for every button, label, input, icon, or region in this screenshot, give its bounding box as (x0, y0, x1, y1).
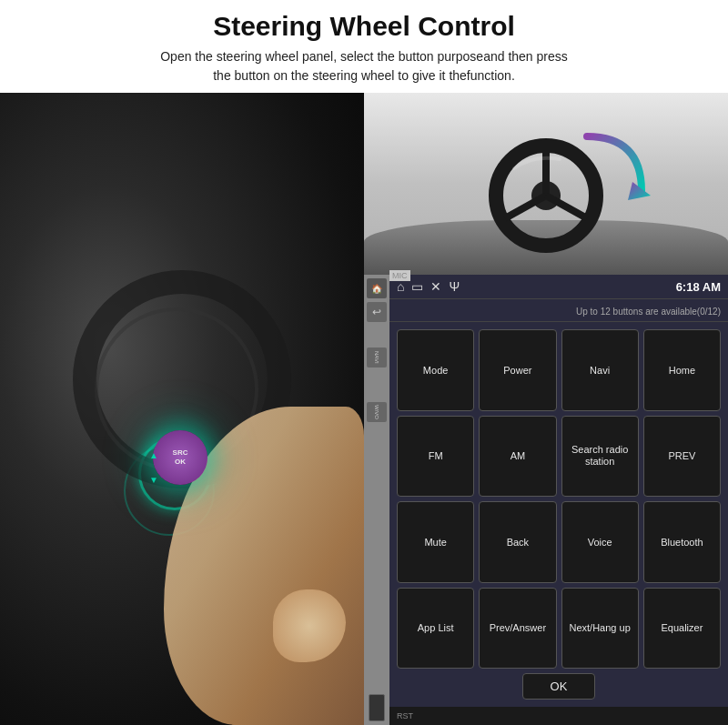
right-panel: MIC 🏠 ↩ NAVI W/VO (364, 93, 728, 725)
close-status-icon: ✕ (430, 279, 441, 294)
mute-button[interactable]: Mute (397, 501, 474, 583)
page-title: Steering Wheel Control (36, 11, 692, 42)
car-bg (364, 93, 728, 275)
home-side-icon[interactable]: 🏠 (367, 278, 387, 298)
bottom-bar: RST (389, 707, 728, 725)
src-ok-button[interactable]: SRCOK (153, 430, 207, 485)
next-hang-button[interactable]: Next/Hang up (561, 588, 639, 670)
mic-label: MIC (389, 270, 410, 281)
subtitle-text: Up to 12 buttons are available(0/12) (576, 307, 721, 317)
steering-wheel-bg: SRCOK ▲ ▼ (0, 93, 364, 725)
ok-row: OK (397, 673, 721, 700)
arrow-up: ▲ (149, 450, 158, 460)
status-bar: ⌂ ▭ ✕ Ψ 6:18 AM (389, 275, 728, 299)
arrow-down: ▼ (149, 475, 158, 485)
home-status-icon: ⌂ (397, 279, 404, 294)
search-radio-button[interactable]: Search radiostation (561, 416, 639, 498)
page-wrapper: Steering Wheel Control Open the steering… (0, 0, 728, 725)
rotation-arrow (578, 127, 651, 209)
back-button[interactable]: Back (479, 501, 556, 583)
navi-label: NAVI (374, 351, 379, 364)
header-section: Steering Wheel Control Open the steering… (0, 0, 728, 93)
mode-button[interactable]: Mode (397, 329, 474, 411)
usb-slot (369, 694, 385, 721)
side-icons-bar: 🏠 ↩ NAVI W/VO (364, 275, 389, 725)
steering-wheel-right (487, 136, 605, 258)
rst-label: RST (397, 711, 413, 720)
prev-button[interactable]: PREV (643, 416, 721, 498)
panels-row: SRCOK ▲ ▼ (0, 93, 728, 725)
ui-panel: ⌂ ▭ ✕ Ψ 6:18 AM Up to 12 buttons are ava… (389, 275, 728, 725)
left-panel: SRCOK ▲ ▼ (0, 93, 364, 725)
voice-button[interactable]: Voice (561, 501, 639, 583)
wvo-side-icon[interactable]: W/VO (367, 402, 387, 422)
src-ok-label: SRCOK (173, 448, 188, 466)
bluetooth-button[interactable]: Bluetooth (643, 501, 721, 583)
ok-button[interactable]: OK (522, 673, 595, 700)
status-time: 6:18 AM (676, 280, 721, 294)
fm-button[interactable]: FM (397, 416, 474, 498)
power-button[interactable]: Power (479, 329, 556, 411)
arrow-indicators: ▲ ▼ (149, 450, 158, 485)
wvo-label: W/VO (374, 405, 379, 419)
subtitle-bar: Up to 12 buttons are available(0/12) (389, 299, 728, 322)
page-subtitle: Open the steering wheel panel, select th… (36, 47, 692, 86)
back-side-icon[interactable]: ↩ (367, 302, 387, 322)
usb-status-icon: Ψ (449, 279, 460, 294)
status-icons: ⌂ ▭ ✕ Ψ (397, 279, 460, 294)
home-button[interactable]: Home (643, 329, 721, 411)
app-list-button[interactable]: App List (397, 588, 474, 670)
equalizer-button[interactable]: Equalizer (643, 588, 721, 670)
prev-answer-button[interactable]: Prev/Answer (479, 588, 556, 670)
am-button[interactable]: AM (479, 416, 556, 498)
navi-button[interactable]: Navi (561, 329, 639, 411)
navi-side-icon[interactable]: NAVI (367, 347, 387, 368)
button-grid: Mode Power Navi Home FM AM Search radios… (389, 322, 728, 707)
screen-status-icon: ▭ (411, 279, 423, 294)
